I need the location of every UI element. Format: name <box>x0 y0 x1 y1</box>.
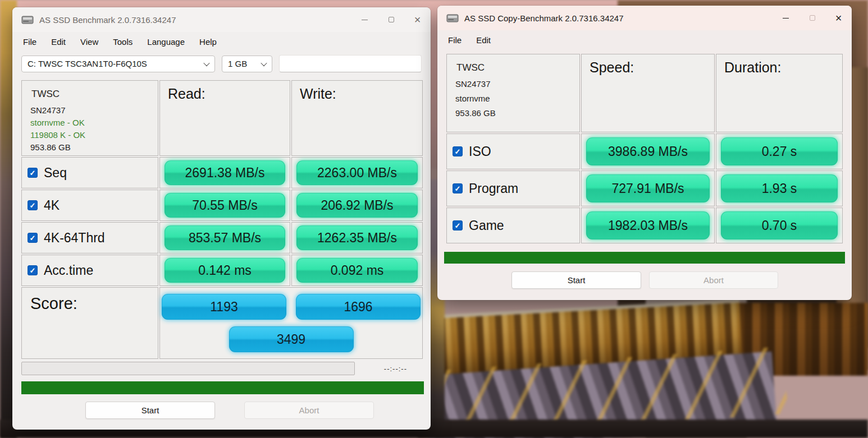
close-button[interactable]: × <box>404 7 431 32</box>
maximize-button[interactable] <box>378 7 404 32</box>
close-button[interactable]: × <box>825 6 852 30</box>
drive-serial: SN24737 <box>30 105 149 115</box>
row-4k64thrd: ✓ 4K-64Thrd <box>21 222 158 253</box>
program-checkbox[interactable]: ✓ <box>453 183 463 193</box>
drive-vendor: TWSC <box>31 89 149 100</box>
check-icon: ✓ <box>30 234 36 242</box>
row-label: Game <box>469 218 504 233</box>
maximize-icon <box>389 17 394 22</box>
titlebar[interactable]: AS SSD Benchmark 2.0.7316.34247 × <box>12 7 431 32</box>
drive-capacity: 953.86 GB <box>455 108 571 118</box>
4k64thrd-checkbox[interactable]: ✓ <box>28 233 38 243</box>
drive-select-value: C: TWSC TSC3AN1T0-F6Q10S <box>28 59 147 68</box>
titlebar[interactable]: AS SSD Copy-Benchmark 2.0.7316.34247 × <box>437 6 852 30</box>
menu-view[interactable]: View <box>73 34 106 50</box>
4k-read-cell: 70.55 MB/s <box>159 190 290 221</box>
abort-button[interactable]: Abort <box>244 402 374 419</box>
4k64thrd-write-cell: 1262.35 MB/s <box>291 222 423 253</box>
result-value: 0.092 ms <box>296 258 418 283</box>
write-column-header: Write: <box>291 80 423 156</box>
check-icon: ✓ <box>455 185 461 192</box>
menu-language[interactable]: Language <box>140 34 192 50</box>
output-field[interactable] <box>279 55 422 72</box>
result-value: 853.57 MB/s <box>165 225 285 250</box>
menu-bar: File Edit View Tools Language Help <box>12 32 431 53</box>
maximize-button[interactable] <box>799 6 825 30</box>
close-icon: × <box>835 12 842 24</box>
result-value: 206.92 MB/s <box>296 193 418 218</box>
check-icon: ✓ <box>455 148 461 155</box>
row-label: 4K-64Thrd <box>44 230 105 246</box>
result-value: 0.27 s <box>721 137 838 165</box>
check-icon: ✓ <box>30 202 36 209</box>
window-title: AS SSD Copy-Benchmark 2.0.7316.34247 <box>464 13 624 23</box>
result-value: 1982.03 MB/s <box>586 211 709 239</box>
close-icon: × <box>414 14 421 25</box>
result-value: 2691.38 MB/s <box>165 160 285 185</box>
chevron-down-icon <box>261 59 267 66</box>
result-value: 0.142 ms <box>165 258 285 283</box>
iso-checkbox[interactable]: ✓ <box>453 146 463 156</box>
menu-edit[interactable]: Edit <box>469 32 498 48</box>
menu-tools[interactable]: Tools <box>106 34 140 50</box>
seq-read-cell: 2691.38 MB/s <box>159 157 290 188</box>
menu-edit[interactable]: Edit <box>44 34 73 50</box>
status-row: --:--:-- <box>21 362 422 375</box>
game-checkbox[interactable]: ✓ <box>453 220 463 230</box>
elapsed-timer: --:--:-- <box>384 365 407 373</box>
menu-help[interactable]: Help <box>192 34 224 50</box>
drive-capacity: 953.86 GB <box>30 142 149 152</box>
copy-benchmark-table: TWSC SN24737 stornvme 953.86 GB Speed: D… <box>446 54 843 243</box>
abort-button[interactable]: Abort <box>649 271 778 289</box>
acctime-checkbox[interactable]: ✓ <box>28 265 38 275</box>
program-speed-cell: 727.91 MB/s <box>581 170 715 206</box>
offset-status: 119808 K - OK <box>30 130 149 140</box>
speed-column-header: Speed: <box>581 54 715 132</box>
4k-checkbox[interactable]: ✓ <box>28 200 38 210</box>
drive-select[interactable]: C: TWSC TSC3AN1T0-F6Q10S <box>21 56 215 72</box>
seq-checkbox[interactable]: ✓ <box>28 168 38 178</box>
benchmark-window: AS SSD Benchmark 2.0.7316.34247 × File E… <box>12 7 431 430</box>
4k-write-cell: 206.92 MB/s <box>291 190 423 221</box>
driver-name: stornvme <box>455 94 571 103</box>
row-4k: ✓ 4K <box>21 190 158 221</box>
maximize-icon <box>810 15 815 21</box>
menu-bar: File Edit <box>437 30 852 51</box>
4k64thrd-read-cell: 853.57 MB/s <box>159 222 290 253</box>
result-value: 3986.89 MB/s <box>586 137 709 165</box>
test-size-value: 1 GB <box>228 59 247 68</box>
start-button[interactable]: Start <box>85 402 215 419</box>
chevron-down-icon <box>203 59 209 66</box>
check-icon: ✓ <box>30 267 36 274</box>
minimize-button[interactable] <box>773 6 799 30</box>
window-controls: × <box>351 7 431 32</box>
toolbar: C: TWSC TSC3AN1T0-F6Q10S 1 GB <box>12 53 431 77</box>
total-score: 3499 <box>229 326 354 352</box>
result-value: 727.91 MB/s <box>586 174 709 202</box>
test-size-select[interactable]: 1 GB <box>222 56 272 72</box>
drive-vendor: TWSC <box>456 62 571 73</box>
acctime-write-cell: 0.092 ms <box>291 255 423 286</box>
progress-track <box>21 362 355 375</box>
row-label: 4K <box>44 198 60 213</box>
check-icon: ✓ <box>30 169 36 177</box>
minimize-icon <box>783 18 789 19</box>
drive-info-panel: TWSC SN24737 stornvme - OK 119808 K - OK… <box>21 80 158 156</box>
duration-column-header: Duration: <box>716 54 843 132</box>
row-seq: ✓ Seq <box>21 157 158 188</box>
start-button[interactable]: Start <box>511 271 641 289</box>
row-label: Acc.time <box>44 263 93 278</box>
menu-file[interactable]: File <box>16 34 44 50</box>
acctime-read-cell: 0.142 ms <box>159 255 290 286</box>
write-score: 1696 <box>296 294 421 320</box>
row-label: Program <box>469 181 518 196</box>
row-program: ✓ Program <box>446 170 580 206</box>
result-value: 1.93 s <box>721 174 838 202</box>
row-game: ✓ Game <box>446 208 580 243</box>
window-controls: × <box>773 6 852 30</box>
minimize-button[interactable] <box>351 7 378 32</box>
drive-info-panel: TWSC SN24737 stornvme 953.86 GB <box>446 54 580 132</box>
ssd-drive-icon <box>21 15 34 25</box>
menu-file[interactable]: File <box>441 32 469 48</box>
overall-progress-bar <box>444 252 845 264</box>
